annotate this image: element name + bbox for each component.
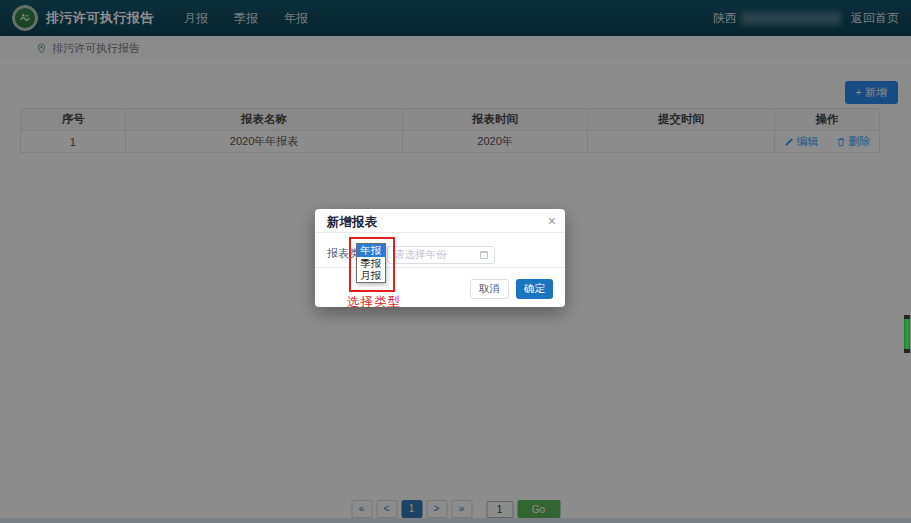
close-icon[interactable]: × [548,209,556,233]
report-type-select[interactable]: 年报 季报 月报 [356,243,386,283]
annotation-hint-text: 选择类型 [347,294,401,311]
year-picker-input[interactable]: 请选择年份 [387,246,495,264]
type-option-quarterly[interactable]: 季报 [357,257,385,270]
modal-title: 新增报表 [327,215,377,229]
modal-header: 新增报表 × [315,209,565,233]
cancel-button[interactable]: 取消 [470,279,509,299]
modal-body: 报表类型: 年报 季报 月报 请选择年份 [315,233,565,268]
scrollbar-thumb[interactable] [904,315,910,353]
add-report-modal: 新增报表 × 报表类型: 年报 季报 月报 请选择年份 取消 确定 选择类型 [315,209,565,307]
calendar-icon [480,251,488,259]
type-option-monthly[interactable]: 月报 [357,269,385,282]
year-placeholder: 请选择年份 [394,248,447,262]
app-page: 排污许可执行报告 月报 季报 年报 陕西 返回首页 排污许可执行报告 + 新增 … [0,0,911,523]
type-option-annual[interactable]: 年报 [357,244,385,257]
confirm-button[interactable]: 确定 [516,279,553,299]
